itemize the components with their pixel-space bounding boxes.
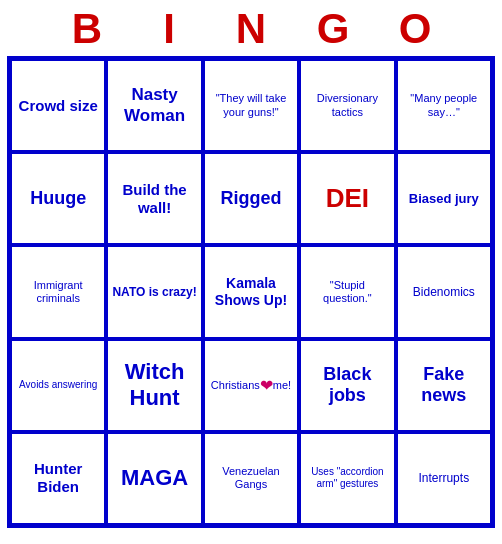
cell-4-0: Hunter Biden: [10, 432, 106, 525]
letter-o: O: [374, 8, 456, 50]
cell-2-4: Bidenomics: [396, 245, 492, 338]
cell-3-2: Christians ❤ me!: [203, 339, 299, 432]
cell-0-0: Crowd size: [10, 59, 106, 152]
cell-2-3: "Stupid question.": [299, 245, 395, 338]
cell-1-1: Build the wall!: [106, 152, 202, 245]
cell-3-3: Black jobs: [299, 339, 395, 432]
cell-3-4: Fake news: [396, 339, 492, 432]
cell-3-0: Avoids answering: [10, 339, 106, 432]
letter-g: G: [292, 8, 374, 50]
cell-0-3: Diversionary tactics: [299, 59, 395, 152]
cell-2-0: Immigrant criminals: [10, 245, 106, 338]
cell-4-3: Uses "accordion arm" gestures: [299, 432, 395, 525]
bingo-grid: Crowd size Nasty Woman "They will take y…: [7, 56, 495, 528]
cell-2-2: Kamala Shows Up!: [203, 245, 299, 338]
letter-i: I: [128, 8, 210, 50]
letter-n: N: [210, 8, 292, 50]
cell-4-4: Interrupts: [396, 432, 492, 525]
cell-1-2: Rigged: [203, 152, 299, 245]
cell-0-2: "They will take your guns!": [203, 59, 299, 152]
cell-0-1: Nasty Woman: [106, 59, 202, 152]
bingo-title: B I N G O: [8, 8, 494, 50]
cell-1-0: Huuge: [10, 152, 106, 245]
cell-1-4: Biased jury: [396, 152, 492, 245]
cell-3-1: Witch Hunt: [106, 339, 202, 432]
cell-1-3: DEI: [299, 152, 395, 245]
cell-4-2: Venezuelan Gangs: [203, 432, 299, 525]
cell-4-1: MAGA: [106, 432, 202, 525]
letter-b: B: [46, 8, 128, 50]
cell-2-1: NATO is crazy!: [106, 245, 202, 338]
cell-0-4: "Many people say…": [396, 59, 492, 152]
